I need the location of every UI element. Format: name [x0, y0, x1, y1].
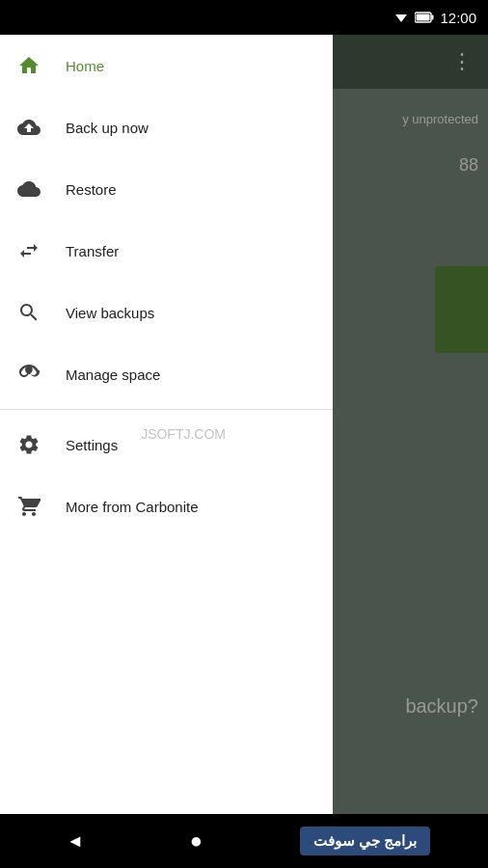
home-circle-icon: ● [190, 828, 203, 854]
nav-item-backup-label: Back up now [66, 120, 149, 136]
svg-rect-3 [417, 14, 430, 21]
view-backups-icon [15, 299, 42, 326]
nav-item-transfer[interactable]: Transfer [0, 220, 333, 282]
settings-icon [15, 431, 42, 458]
back-button[interactable]: ◄ [58, 824, 93, 858]
navigation-drawer: JSOFTJ.COM Home Back up now [0, 35, 333, 833]
restore-icon [15, 176, 42, 203]
battery-icon [415, 12, 434, 23]
transfer-icon [15, 237, 42, 264]
nav-item-transfer-label: Transfer [66, 243, 119, 259]
home-icon [15, 52, 42, 79]
nav-item-more-carbonite[interactable]: More from Carbonite [0, 475, 333, 537]
manage-space-icon [15, 361, 42, 388]
home-button[interactable]: ● [178, 824, 213, 858]
nav-item-manage-space-label: Manage space [66, 366, 160, 383]
bottom-navigation: ◄ ● برامج جي سوفت [0, 814, 488, 868]
status-icons: 12:00 [393, 10, 476, 26]
nav-item-restore-label: Restore [66, 181, 117, 198]
nav-item-home[interactable]: Home [0, 35, 333, 96]
nav-item-backup[interactable]: Back up now [0, 96, 333, 158]
back-icon: ◄ [67, 831, 84, 852]
nav-item-home-label: Home [66, 58, 104, 74]
status-time: 12:00 [440, 10, 476, 26]
wifi-icon [393, 11, 409, 24]
nav-item-view-backups[interactable]: View backups [0, 282, 333, 343]
svg-rect-2 [432, 15, 434, 20]
status-bar: 12:00 [0, 0, 488, 35]
backup-icon [15, 114, 42, 141]
nav-item-manage-space[interactable]: Manage space [0, 343, 333, 405]
shopping-cart-icon [15, 493, 42, 520]
brand-text: برامج جي سوفت [300, 827, 430, 855]
nav-divider [0, 409, 333, 410]
nav-items-primary: Home Back up now Restore [0, 35, 333, 833]
nav-item-settings[interactable]: Settings [0, 414, 333, 475]
nav-item-view-backups-label: View backups [66, 305, 154, 321]
svg-marker-0 [395, 14, 407, 22]
nav-item-more-carbonite-label: More from Carbonite [66, 499, 199, 515]
nav-item-restore[interactable]: Restore [0, 158, 333, 220]
nav-item-settings-label: Settings [66, 437, 118, 453]
